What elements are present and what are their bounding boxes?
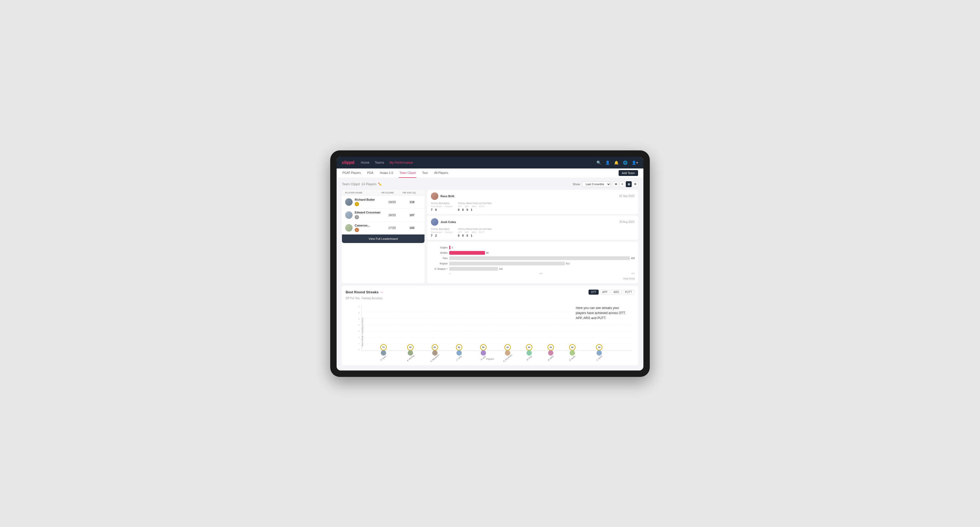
chart-title: Total Shots — [623, 277, 635, 280]
lb-col-score: PB SCORE — [381, 191, 402, 194]
subnav-tour[interactable]: Tour — [422, 168, 428, 178]
subnav-pgat[interactable]: PGAT Players — [342, 168, 361, 178]
putt-value-2: 1 — [471, 234, 473, 237]
user-icon[interactable]: 👤 — [605, 160, 610, 165]
streaks-title: Best Round Streaks ← — [346, 290, 384, 294]
globe-icon[interactable]: 🌐 — [623, 160, 627, 165]
lb-score-1: 19/20 — [381, 200, 402, 204]
player-details-3: Cameron... 3 — [355, 224, 370, 232]
team-title: Team Clippd 14 Players ✏️ — [342, 182, 382, 186]
annotation-text: Here you can see streaks your players ha… — [576, 306, 629, 321]
show-label: Show — [573, 183, 580, 186]
arg-label-2: ARG — [472, 231, 476, 233]
team-controls: Show Last 3 months ⊞ ≡ ▦ ⚙ — [573, 181, 638, 187]
view-full-leaderboard-button[interactable]: View Full Leaderboard — [342, 235, 425, 243]
round-card-header-1: Rees Britt 02 Sep 2023 — [431, 192, 634, 200]
nav-links: Home Teams My Performance — [361, 160, 597, 165]
ott-value-2: 0 — [458, 234, 460, 237]
table-row: Cameron... 3 17/20 103 — [342, 222, 425, 235]
streaks-filter: OTT APP ARG PUTT — [589, 290, 634, 295]
card-view-icon[interactable]: ▦ — [626, 181, 632, 187]
arg-value-1: 0 — [466, 208, 468, 211]
add-team-button[interactable]: Add Team — [619, 170, 638, 176]
player-info-2: Edward Crossman 2 — [345, 211, 381, 219]
subnav-pga[interactable]: PGA — [367, 168, 374, 178]
putt-label: PUTT — [479, 205, 485, 208]
avatar — [431, 192, 438, 200]
rank-badge-3: 3 — [355, 228, 359, 232]
streaks-subtitle: Off The Tee, Fairway Accuracy — [346, 297, 634, 300]
tournament-label-2: Tournament — [431, 231, 442, 233]
rank-badge-1: 1 — [355, 202, 359, 206]
grid-line — [362, 344, 632, 344]
bar-chart-panel: Eagles 3 Birdies 96 Pars 499 Bogeys 311 — [427, 241, 638, 283]
period-dropdown[interactable]: Last 3 months — [582, 181, 611, 187]
right-panels: Rees Britt 02 Sep 2023 Total Rounds Tour… — [427, 190, 638, 283]
practice-label-2: Practice — [445, 231, 452, 233]
practice-label: Practice — [445, 205, 452, 208]
sub-nav: PGAT Players PGA Hcaps 1-5 Team Clippd T… — [337, 168, 643, 178]
streaks-section: Best Round Streaks ← OTT APP ARG PUTT Of… — [342, 286, 638, 365]
round-card-header-2: Josh Coles 26 Aug 2023 — [431, 218, 634, 226]
top-nav: clippd Home Teams My Performance 🔍 👤 🔔 🌐… — [337, 157, 643, 168]
avatar — [345, 224, 353, 232]
tournament-value-1: 7 — [431, 208, 433, 211]
y-tick-0: 0 — [358, 348, 360, 351]
nav-logo: clippd — [342, 160, 355, 165]
grid-view-icon[interactable]: ⊞ — [613, 181, 619, 187]
avatar — [431, 218, 438, 226]
filter-app[interactable]: APP — [600, 290, 610, 295]
practice-activities-label-1: Total Practice Activities — [458, 202, 492, 205]
filter-ott[interactable]: OTT — [589, 290, 599, 295]
filter-putt[interactable]: PUTT — [623, 290, 634, 295]
lb-header: PLAYER NAME PB SCORE PB AVG SQ — [342, 190, 425, 196]
lb-col-name: PLAYER NAME — [345, 191, 381, 194]
filter-arg[interactable]: ARG — [611, 290, 622, 295]
round-card: Rees Britt 02 Sep 2023 Total Rounds Tour… — [427, 190, 638, 214]
y-tick-6: 6 — [358, 312, 360, 314]
nav-icons: 🔍 👤 🔔 🌐 👤▾ — [597, 160, 638, 165]
round-date-2: 26 Aug 2023 — [619, 221, 634, 223]
bell-icon[interactable]: 🔔 — [614, 160, 619, 165]
leaderboard-panel: PLAYER NAME PB SCORE PB AVG SQ Richard B… — [342, 190, 425, 283]
y-tick-5: 5 — [358, 318, 360, 320]
y-tick-3: 3 — [358, 330, 360, 332]
chart-footer: Total Shots — [430, 277, 635, 280]
practice-activities-label-2: Total Practice Activities — [458, 228, 492, 230]
practice-activities-group-1: Total Practice Activities OTT APP ARG PU… — [458, 202, 492, 211]
search-icon[interactable]: 🔍 — [597, 160, 601, 165]
team-header: Team Clippd 14 Players ✏️ Show Last 3 mo… — [342, 181, 638, 187]
subnav-team-clippd[interactable]: Team Clippd — [399, 168, 416, 178]
practice-activities-group-2: Total Practice Activities OTT APP ARG PU… — [458, 228, 492, 237]
avatar-icon[interactable]: 👤▾ — [632, 160, 638, 165]
total-rounds-group: Total Rounds Tournament Practice 7 6 — [431, 202, 452, 211]
round-player-name-1: Rees Britt — [441, 195, 617, 198]
subnav-all-players[interactable]: All Players — [434, 168, 449, 178]
player-name-3: Cameron... — [355, 224, 370, 227]
edit-icon[interactable]: ✏️ — [378, 182, 382, 186]
settings-view-icon[interactable]: ⚙ — [632, 181, 638, 187]
avatar — [345, 211, 353, 219]
round-card: Josh Coles 26 Aug 2023 Total Rounds Tour… — [427, 216, 638, 240]
practice-value-2: 2 — [435, 234, 437, 237]
view-icons: ⊞ ≡ ▦ ⚙ — [613, 181, 638, 187]
player-info-1: Richard Butler 1 — [345, 198, 381, 206]
ott-label-2: OTT — [458, 231, 462, 233]
rank-badge-2: 2 — [355, 215, 359, 219]
scatter-chart-wrapper: Best Streak, Fairway Accuracy 7 6 5 4 3 … — [346, 303, 634, 362]
ott-value-1: 0 — [458, 208, 460, 211]
lb-avg-1: 110 — [402, 200, 421, 204]
app-label: APP — [465, 205, 469, 208]
lb-col-avg: PB AVG SQ — [402, 191, 421, 194]
list-view-icon[interactable]: ≡ — [619, 181, 625, 187]
putt-label-2: PUTT — [479, 231, 485, 233]
avatar — [345, 198, 353, 206]
nav-link-home[interactable]: Home — [361, 160, 369, 165]
nav-link-performance[interactable]: My Performance — [389, 160, 413, 165]
nav-link-teams[interactable]: Teams — [375, 160, 384, 165]
y-tick-7: 7 — [358, 306, 360, 308]
grid-line — [362, 331, 632, 332]
y-axis: 7 6 5 4 3 2 1 0 — [346, 306, 362, 351]
subnav-hcaps[interactable]: Hcaps 1-5 — [379, 168, 394, 178]
tablet-screen: clippd Home Teams My Performance 🔍 👤 🔔 🌐… — [337, 157, 643, 370]
